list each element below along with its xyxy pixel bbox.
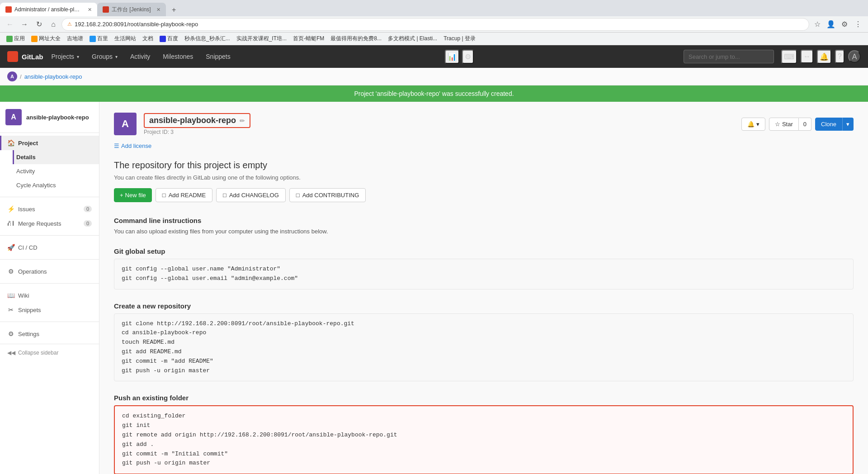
- jenkins-favicon: [103, 6, 109, 13]
- sidebar-item-snippets[interactable]: ✂ Snippets: [0, 303, 99, 317]
- nav-projects-label: Projects: [52, 53, 75, 60]
- nav-icon-chart[interactable]: 📊: [445, 50, 459, 64]
- bookmark-elastic[interactable]: 多文档模式 | Elasti...: [385, 34, 440, 43]
- add-contributing-button[interactable]: □ Add CONTRIBUTING: [289, 188, 366, 202]
- new-repo-title: Create a new repository: [114, 302, 854, 310]
- add-license-label: Add license: [121, 142, 151, 149]
- forward-button[interactable]: →: [18, 18, 31, 31]
- star-button[interactable]: ☆ Star: [769, 118, 799, 131]
- sidebar-item-details[interactable]: Details: [13, 150, 99, 164]
- nav-activity-label: Activity: [130, 53, 150, 60]
- nav-keyboard-icon[interactable]: ⌨: [781, 50, 797, 64]
- bookmark-life[interactable]: 生活网站: [112, 34, 139, 43]
- bookmark-qingting[interactable]: 首页-蜻蜓FM: [290, 34, 327, 43]
- back-button[interactable]: ←: [4, 18, 16, 31]
- tab-title-2: 工作台 [Jenkins]: [112, 6, 151, 14]
- sidebar-collapse-button[interactable]: ◀◀ Collapse sidebar: [0, 344, 99, 361]
- sidebar-project-header: A ansible-playbook-repo: [0, 102, 99, 133]
- nav-search-input[interactable]: [684, 50, 774, 63]
- empty-repo-desc: You can create files directly in GitLab …: [114, 174, 854, 181]
- sidebar-item-operations[interactable]: ⚙ Operations: [0, 264, 99, 279]
- extensions-button[interactable]: ⚙: [838, 18, 851, 31]
- nav-activity[interactable]: Activity: [126, 45, 155, 68]
- merge-icon: ⛙: [7, 220, 14, 227]
- sidebar-item-cycle-analytics[interactable]: Cycle Analytics: [13, 178, 99, 192]
- browser-tab-1[interactable]: Administrator / ansible-playb... ✕: [0, 3, 97, 16]
- notify-button[interactable]: 🔔 ▾: [741, 118, 765, 131]
- sidebar-section-settings: ⚙ Settings: [0, 324, 99, 344]
- sidebar-item-project[interactable]: 🏠 Project: [0, 136, 99, 150]
- add-license-link[interactable]: ☰ Add license: [114, 142, 854, 149]
- breadcrumb-bar: A / ansible-playbook-repo: [0, 68, 868, 85]
- sidebar-item-issues[interactable]: ⚡ Issues 0: [0, 202, 99, 216]
- empty-repo-section: The repository for this project is empty…: [114, 160, 854, 202]
- nav-milestones[interactable]: Milestones: [158, 45, 198, 68]
- settings-icon: ⚙: [7, 330, 14, 337]
- nav-help-icon[interactable]: ?: [835, 50, 844, 63]
- bookmark-apps[interactable]: 应用: [4, 34, 28, 43]
- bookmark-baili[interactable]: 百里: [87, 34, 111, 43]
- tab-close-2[interactable]: ✕: [156, 7, 160, 13]
- nav-groups[interactable]: Groups ▾: [87, 45, 122, 68]
- bookmark-tracup[interactable]: Tracup | 登录: [441, 34, 478, 43]
- new-file-icon: +: [120, 192, 123, 199]
- new-repo-section: Create a new repository git clone http:/…: [114, 302, 854, 382]
- nav-right-icons: ⌨ ↔ 🔔 ? A: [781, 50, 861, 64]
- sidebar-item-merge-requests[interactable]: ⛙ Merge Requests 0: [0, 216, 99, 231]
- merge-badge: 0: [84, 220, 92, 227]
- bookmarks-bar: 应用 网址大全 吉地谱 百里 生活网站 文档 百度 秒杀信息_秒杀汇... 实战…: [0, 33, 868, 45]
- browser-chrome: Administrator / ansible-playb... ✕ 工作台 […: [0, 0, 868, 45]
- home-button[interactable]: ⌂: [47, 18, 60, 31]
- tab-close-1[interactable]: ✕: [88, 7, 92, 13]
- bookmark-baidu[interactable]: 百度: [157, 34, 181, 43]
- add-changelog-icon: □: [223, 192, 226, 199]
- sidebar-item-wiki[interactable]: 📖 Wiki: [0, 288, 99, 303]
- operations-icon: ⚙: [7, 268, 14, 275]
- bookmark-shizhan-label: 实战开发课程_IT培...: [236, 35, 287, 43]
- bookmark-jidi[interactable]: 吉地谱: [64, 34, 86, 43]
- sidebar-item-settings[interactable]: ⚙ Settings: [0, 327, 99, 341]
- nav-icon-admin[interactable]: ⚙: [462, 50, 474, 64]
- bookmark-wangzhi[interactable]: 网址大全: [28, 34, 63, 43]
- bookmark-free[interactable]: 最值得用有的免费8...: [328, 34, 384, 43]
- refresh-button[interactable]: ↻: [33, 18, 45, 31]
- star-icon: ☆: [775, 121, 780, 128]
- nav-user-icon[interactable]: A: [848, 50, 861, 63]
- bookmark-button[interactable]: ☆: [811, 18, 824, 31]
- bookmark-miaosha-label: 秒杀信息_秒杀汇...: [184, 35, 230, 43]
- sidebar-divider-1: [0, 197, 99, 197]
- menu-button[interactable]: ⋮: [852, 18, 864, 31]
- issues-badge: 0: [84, 206, 92, 212]
- add-readme-label: Add README: [169, 192, 206, 199]
- address-bar[interactable]: ⚠ 192.168.2.200:8091/root/ansible-playbo…: [61, 18, 809, 31]
- clone-dropdown-button[interactable]: ▾: [842, 118, 854, 131]
- add-readme-button[interactable]: □ Add README: [156, 188, 212, 202]
- sidebar-project-label: Project: [18, 140, 38, 147]
- star-count: 0: [799, 118, 811, 131]
- breadcrumb-avatar-letter: A: [10, 74, 14, 79]
- add-changelog-button[interactable]: □ Add CHANGELOG: [216, 188, 286, 202]
- nav-bell-icon[interactable]: 🔔: [817, 50, 831, 64]
- breadcrumb-project-name[interactable]: ansible-playbook-repo: [24, 73, 82, 80]
- nav-projects[interactable]: Projects ▾: [47, 45, 84, 68]
- profile-button[interactable]: 👤: [825, 18, 837, 31]
- new-file-button[interactable]: + New file: [114, 188, 152, 202]
- browser-tab-2[interactable]: 工作台 [Jenkins] ✕: [97, 3, 166, 16]
- clone-button-group: Clone ▾: [815, 118, 854, 131]
- new-tab-button[interactable]: +: [168, 4, 180, 16]
- nav-snippets[interactable]: Snippets: [201, 45, 235, 68]
- sidebar-item-activity[interactable]: Activity: [13, 164, 99, 178]
- gitlab-fox-icon: [7, 51, 18, 62]
- gitlab-logo[interactable]: GitLab: [7, 51, 43, 62]
- bookmark-baidu-label: 百度: [167, 35, 178, 43]
- success-banner: Project 'ansible-playbook-repo' was succ…: [0, 85, 868, 102]
- details-label: Details: [16, 154, 36, 161]
- sidebar-item-ci-cd[interactable]: 🚀 CI / CD: [0, 240, 99, 255]
- clone-button[interactable]: Clone: [815, 118, 842, 131]
- bookmark-shizhan[interactable]: 实战开发课程_IT培...: [234, 34, 289, 43]
- nav-merge-icon[interactable]: ↔: [801, 50, 813, 63]
- ci-cd-label: CI / CD: [18, 244, 38, 251]
- bookmark-doc[interactable]: 文档: [140, 34, 156, 43]
- snippets-label: Snippets: [18, 307, 41, 313]
- bookmark-miaosha[interactable]: 秒杀信息_秒杀汇...: [182, 34, 233, 43]
